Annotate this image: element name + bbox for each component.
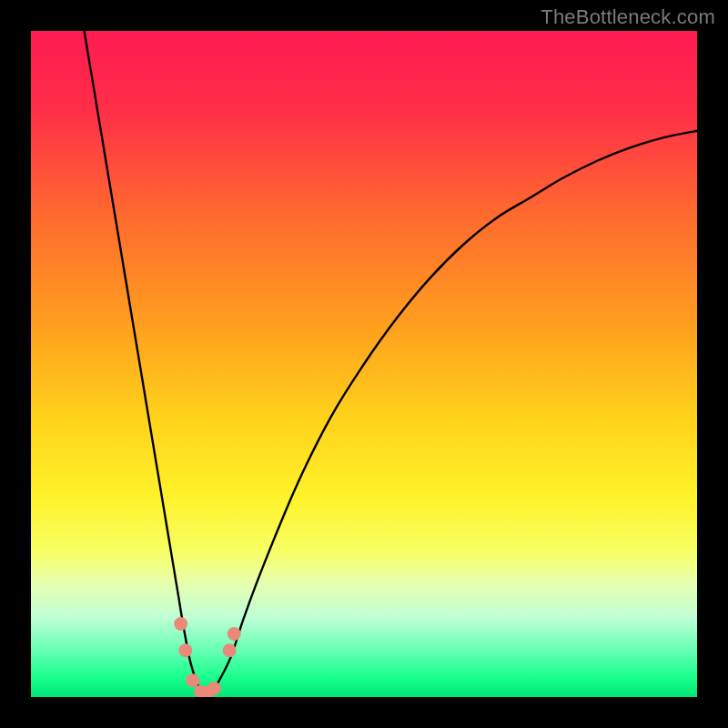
marker-dot [207,682,221,695]
bottleneck-curve [85,31,697,697]
curve-layer [31,31,697,697]
marker-dot [228,627,241,641]
marker-dot [186,673,199,687]
marker-dot [174,617,187,631]
marker-dot [223,643,237,657]
plot-area [31,31,697,697]
chart-frame: TheBottleneck.com [0,0,728,728]
watermark-text: TheBottleneck.com [541,5,715,29]
marker-group [174,617,241,697]
marker-dot [178,643,192,657]
